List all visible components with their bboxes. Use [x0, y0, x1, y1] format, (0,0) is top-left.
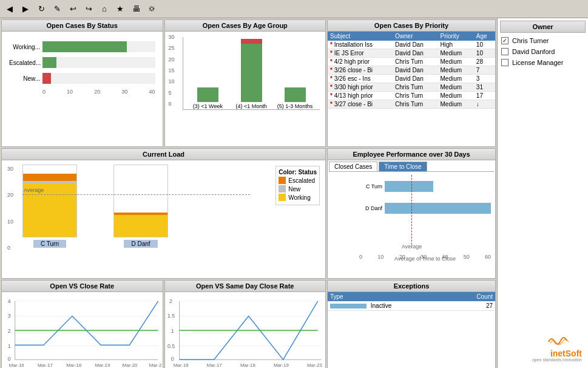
inetsoft-brand: inetSoft: [532, 349, 582, 358]
working-swatch: [279, 194, 286, 201]
priority-row[interactable]: * Installation Iss David Dan High 10: [328, 41, 495, 49]
back-button[interactable]: ◀: [2, 2, 17, 16]
exceptions-table: Type Count Inactive 27: [328, 292, 495, 311]
status-bar-chart: Working... Escalated... New.: [4, 34, 160, 97]
average-label: Average: [24, 187, 44, 193]
owner-checkbox[interactable]: [501, 59, 509, 66]
exceptions-body: Type Count Inactive 27: [328, 292, 495, 368]
perf-avg-label: Average: [402, 244, 422, 250]
priority-table: Subject Owner Priority Age * Installatio…: [328, 32, 495, 109]
age-week-label: (3) <1 Week: [193, 103, 223, 109]
svg-text:Mar-18: Mar-18: [66, 363, 82, 368]
redo-button[interactable]: ↪: [81, 2, 96, 16]
open-cases-age-panel: Open Cases By Age Group 30 25 20 15 10 5…: [164, 19, 326, 147]
priority-age: 3: [474, 75, 495, 83]
refresh-button[interactable]: ↻: [34, 2, 49, 16]
cturn-escalated: [23, 174, 76, 181]
open-cases-priority-title: Open Cases By Priority: [328, 20, 495, 32]
perf-avg-line: [411, 175, 412, 248]
priority-owner: Chris Turn: [393, 58, 438, 66]
age-month-label: (4) <1 Month: [236, 103, 267, 109]
svg-text:Mar-23: Mar-23: [149, 363, 161, 368]
forward-button[interactable]: ▶: [18, 2, 33, 16]
perf-bar-cturn-row: C Turn: [359, 181, 491, 192]
priority-age: 7: [474, 66, 495, 75]
priority-row[interactable]: * 3/30 high prior Chris Turn Medium 31: [328, 83, 495, 92]
status-bar-working: Working...: [9, 41, 155, 52]
settings-button[interactable]: ⛭: [144, 2, 159, 16]
exceptions-title: Exceptions: [328, 281, 495, 292]
open-cases-priority-panel: Open Cases By Priority Subject Owner Pri…: [327, 19, 496, 147]
priority-age: 10: [474, 49, 495, 58]
open-vs-same-day-body: 2 1.5 1 0.5 0 Mar-: [165, 292, 326, 368]
open-vs-same-day-panel: Open VS Same Day Close Rate 2 1.5 1 0.5 …: [164, 280, 326, 368]
open-vs-close-chart: 4 3 2 1 0: [3, 293, 161, 368]
priority-row[interactable]: * 3/27 close - Bi Chris Turn Medium ↓: [328, 100, 495, 109]
owner-name: David Danford: [512, 48, 555, 55]
perf-ddanf-label: D Danf: [359, 205, 382, 211]
priority-owner: David Dan: [393, 75, 438, 83]
priority-age: 17: [474, 92, 495, 100]
owner-sidebar: Owner Chris Turner David Danford License…: [497, 18, 588, 368]
perf-x-label: Average of Time to Close: [359, 256, 491, 262]
priority-age: 10: [474, 41, 495, 49]
open-vs-close-body: 4 3 2 1 0: [2, 292, 163, 368]
svg-text:Mar-20: Mar-20: [123, 363, 138, 368]
owner-item[interactable]: David Danford: [500, 46, 586, 57]
priority-owner: David Dan: [393, 66, 438, 75]
owner-name: License Manager: [512, 59, 563, 66]
priority-row[interactable]: * 3/26 close - Bi David Dan Medium 7: [328, 66, 495, 75]
priority-row[interactable]: * IE JS Error David Dan Medium 10: [328, 49, 495, 58]
age-y-axis: 30 25 20 15 10 5 0: [169, 34, 175, 107]
priority-owner: David Dan: [393, 41, 438, 49]
owner-checkbox[interactable]: [501, 48, 509, 55]
bookmark-button[interactable]: ★: [113, 2, 127, 16]
new-legend-label: New: [288, 186, 300, 193]
tab-time-to-close[interactable]: Time to Close: [379, 162, 427, 171]
exceptions-panel: Exceptions Type Count Inactive: [327, 280, 496, 368]
priority-subject: * 4/13 high prior: [328, 92, 393, 100]
svg-text:Mar-19: Mar-19: [95, 363, 110, 368]
toolbar: ◀ ▶ ↻ ✎ ↩ ↪ ⌂ ★ 🖶 ⛭: [0, 0, 588, 18]
star-icon: *: [330, 101, 333, 107]
open-cases-status-title: Open Cases By Status: [2, 20, 163, 32]
svg-text:Mar-19: Mar-19: [273, 363, 288, 368]
svg-text:2: 2: [8, 328, 11, 334]
owner-item[interactable]: Chris Turner: [500, 35, 586, 46]
priority-col-owner: Owner: [393, 32, 438, 41]
age-3mo-bar: [285, 87, 306, 102]
priority-priority: High: [438, 41, 474, 49]
owner-checkbox[interactable]: [501, 37, 509, 44]
svg-text:1.5: 1.5: [167, 313, 174, 319]
legend-title: Color: Status: [279, 169, 317, 175]
priority-row[interactable]: * 3/26 esc - Ins David Dan Medium 3: [328, 75, 495, 83]
priority-row[interactable]: * 4/2 high prior Chris Turn Medium 28: [328, 58, 495, 66]
owner-item[interactable]: License Manager: [500, 57, 586, 68]
priority-priority: Medium: [438, 83, 474, 92]
priority-priority: Medium: [438, 49, 474, 58]
new-swatch: [279, 185, 286, 193]
priority-subject: * IE JS Error: [328, 49, 393, 58]
open-vs-same-day-title: Open VS Same Day Close Rate: [165, 281, 326, 292]
priority-owner: David Dan: [393, 49, 438, 58]
print-button[interactable]: 🖶: [129, 2, 143, 16]
exceptions-row: Inactive 27: [328, 301, 495, 311]
priority-subject: * Installation Iss: [328, 41, 393, 49]
star-icon: *: [330, 50, 333, 56]
priority-age: 31: [474, 83, 495, 92]
tab-closed-cases[interactable]: Closed Cases: [329, 162, 377, 171]
svg-text:2: 2: [169, 298, 172, 304]
priority-owner: Chris Turn: [393, 83, 438, 92]
svg-text:4: 4: [8, 298, 11, 304]
undo-button[interactable]: ↩: [66, 2, 80, 16]
edit-button[interactable]: ✎: [50, 2, 64, 16]
priority-subject: * 3/30 high prior: [328, 83, 393, 92]
priority-age: 28: [474, 58, 495, 66]
star-icon: *: [330, 41, 333, 48]
svg-text:Mar-17: Mar-17: [38, 363, 53, 368]
working-legend-label: Working: [288, 194, 311, 201]
priority-row[interactable]: * 4/13 high prior Chris Turn Medium 17: [328, 92, 495, 100]
performance-tabs: Closed Cases Time to Close: [329, 162, 494, 172]
home-button[interactable]: ⌂: [97, 2, 112, 16]
employee-performance-body: Closed Cases Time to Close C Turn: [328, 160, 495, 276]
